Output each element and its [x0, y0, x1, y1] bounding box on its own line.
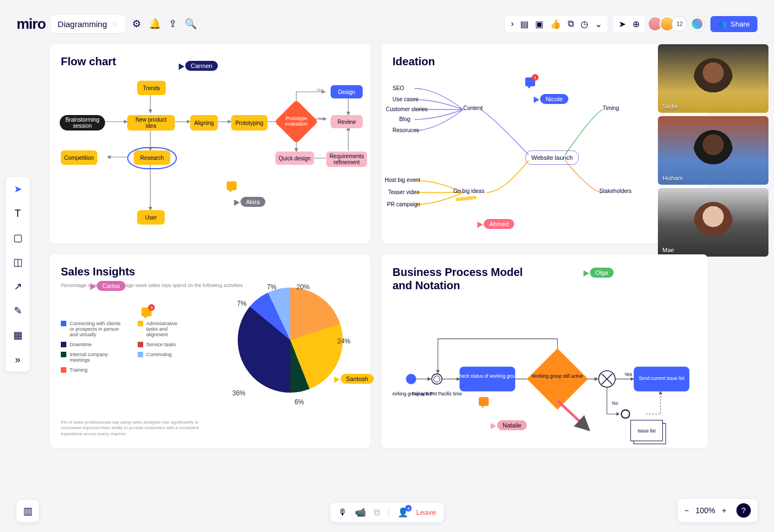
call-controls: 🎙 📹 ⧉ | 👤4 Leave [331, 503, 444, 522]
zoom-out-button[interactable]: − [684, 506, 689, 515]
cursor-icon [331, 375, 339, 383]
thumbs-icon[interactable]: 👍 [550, 19, 561, 29]
comment-icon[interactable]: 3 [142, 307, 151, 316]
zoom-level[interactable]: 100% [695, 506, 715, 515]
cursor-natalie: Natalie [489, 420, 527, 430]
panel-toggle-button[interactable]: ▥ [17, 500, 39, 522]
video-tile[interactable]: Hisham [658, 116, 768, 185]
cursor-label: Carlos [97, 281, 125, 291]
mind-leaf[interactable]: PR campaign [387, 201, 420, 207]
board-name-container[interactable]: Diagramming ☆ [51, 15, 125, 33]
frame-tool-icon[interactable]: ▦ [10, 327, 25, 343]
badge: 3 [148, 304, 155, 311]
node-quick-design[interactable]: Quick design [275, 152, 314, 165]
sales-panel[interactable]: Sales Insights Percentage of time in an … [50, 254, 370, 448]
help-button[interactable]: ? [736, 503, 751, 518]
mind-ideas[interactable]: Go big ideas [453, 188, 484, 194]
cursor-label: Nicole [540, 94, 568, 104]
canvas[interactable]: Flow chart Brainstorming session [50, 44, 757, 488]
node-prototyping[interactable]: Prototyping [231, 115, 268, 131]
comment-icon[interactable] [227, 181, 237, 190]
settings-icon[interactable]: ⚙ [132, 18, 141, 30]
embed-icon[interactable]: ⧉ [568, 19, 574, 29]
board-title: Diagramming [57, 19, 107, 29]
collaborator-avatars[interactable]: 12 [651, 16, 705, 32]
timer-icon[interactable]: ◷ [580, 19, 588, 29]
leave-button[interactable]: Leave [416, 508, 436, 517]
zoom-tool-icon[interactable]: ⊕ [632, 19, 640, 29]
mind-leaf[interactable]: Teaser video [388, 189, 420, 195]
node-evaluation[interactable]: Prototype evaluation [274, 100, 318, 143]
video-name: Mae [662, 247, 674, 253]
bpmn-diagram: Check status of working group Working gr… [393, 296, 697, 451]
note-icon[interactable]: ▤ [520, 19, 529, 29]
mind-center[interactable]: Website launch [525, 150, 579, 165]
chevron-icon[interactable]: › [511, 19, 514, 29]
mind-leaf[interactable]: SEO [393, 85, 404, 91]
video-tile[interactable]: Mae [658, 188, 768, 257]
left-toolbar: ➤ T ▢ ◫ ↗ ✎ ▦ » [6, 177, 30, 372]
cursor-icon [474, 220, 483, 228]
mind-leaf[interactable]: Customer stories [386, 106, 428, 112]
sticky-note-tool-icon[interactable]: ▢ [10, 230, 25, 246]
node-new-product[interactable]: New product idea [127, 115, 175, 131]
people-icon: 👥 [718, 20, 727, 28]
cursor-icon [231, 198, 239, 206]
node-requirements[interactable]: Requirements refinement [326, 152, 367, 167]
svg-text:No: No [612, 400, 618, 406]
notifications-icon[interactable]: 🔔 [149, 18, 161, 30]
flowchart-panel[interactable]: Flow chart Brainstorming session [50, 44, 370, 243]
pct-label: 7% [267, 283, 276, 291]
mind-content[interactable]: Content [463, 105, 483, 111]
node-design[interactable]: Design [331, 85, 363, 98]
text-tool-icon[interactable]: T [10, 206, 25, 221]
comment-icon[interactable]: 1 [525, 77, 535, 86]
legend-item: Administrative tasks and alignment [138, 321, 182, 337]
pen-tool-icon[interactable]: ✎ [10, 303, 25, 319]
node-brainstorm[interactable]: Brainstorming session [60, 115, 105, 131]
star-icon[interactable]: ☆ [112, 19, 119, 28]
screenshare-icon[interactable]: ⧉ [374, 508, 380, 518]
mind-stakeholders[interactable]: Stakeholders [599, 188, 631, 194]
shape-tool-icon[interactable]: ◫ [10, 254, 25, 270]
camera-icon[interactable]: 📹 [355, 507, 366, 518]
legend-item: Downtime [61, 342, 121, 347]
cursor-label: Olga [590, 268, 614, 278]
more-tools-icon[interactable]: » [10, 352, 25, 367]
cursor-tools-group: ➤ ⊕ [613, 15, 645, 33]
svg-text:Friday 6 PM Pacific time: Friday 6 PM Pacific time [412, 391, 462, 397]
mind-leaf[interactable]: Resoruces [393, 127, 419, 133]
cursor-icon [580, 269, 589, 277]
highlight-mark [456, 196, 477, 201]
mic-icon[interactable]: 🎙 [338, 508, 347, 518]
node-aligning[interactable]: Aligning [190, 115, 218, 131]
participants-icon[interactable]: 👤4 [398, 507, 409, 518]
node-trends[interactable]: Trends [137, 81, 166, 95]
cursor-tool-icon[interactable]: ➤ [619, 19, 626, 29]
miro-logo[interactable]: miro [17, 15, 45, 33]
node-review[interactable]: Review [331, 115, 363, 128]
select-tool-icon[interactable]: ➤ [10, 181, 25, 197]
comment-icon[interactable] [479, 397, 489, 406]
mind-timing[interactable]: Timing [603, 105, 619, 111]
node-competition[interactable]: Competition [61, 150, 97, 165]
share-button[interactable]: 👥 Share [710, 16, 757, 32]
bpmn-panel[interactable]: Business Process Model and Notation [381, 254, 708, 448]
export-icon[interactable]: ⇪ [169, 18, 177, 30]
search-icon[interactable]: 🔍 [185, 18, 197, 30]
arrow-tool-icon[interactable]: ↗ [10, 279, 25, 294]
present-icon[interactable]: ▣ [535, 19, 543, 29]
avatar-count[interactable]: 12 [672, 16, 687, 32]
video-name: Hisham [662, 175, 683, 181]
mind-leaf[interactable]: Use cases [393, 96, 419, 102]
node-user[interactable]: User [137, 210, 165, 225]
svg-text:Yes: Yes [624, 372, 632, 377]
mind-leaf[interactable]: Blog [399, 116, 410, 122]
more-icon[interactable]: ⌄ [595, 19, 602, 29]
avatar-globe[interactable] [689, 16, 705, 32]
zoom-in-button[interactable]: + [722, 506, 726, 515]
video-tile[interactable]: Sadie [658, 44, 768, 113]
svg-text:Working group still active: Working group still active [532, 373, 583, 379]
video-tiles: Sadie Hisham Mae [658, 44, 768, 257]
mind-leaf[interactable]: Host big event [385, 177, 420, 183]
